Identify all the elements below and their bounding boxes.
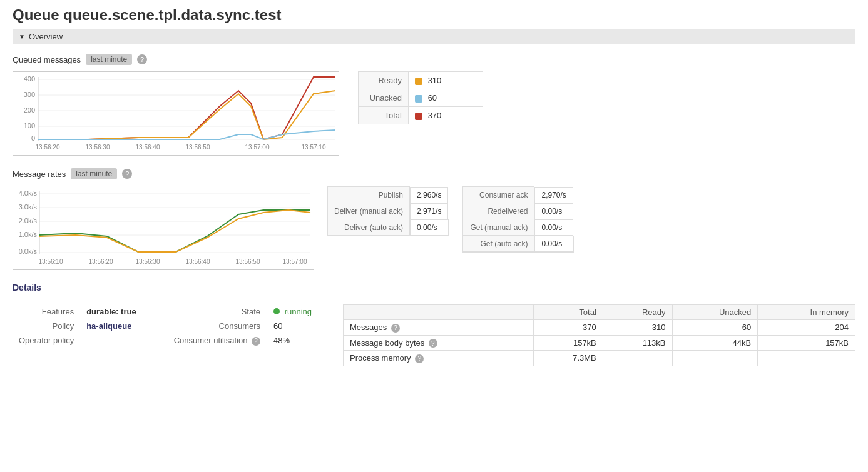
body-bytes-total: 157kB	[534, 335, 603, 351]
queued-messages-badge[interactable]: last minute	[86, 54, 132, 65]
queued-messages-help-icon[interactable]: ?	[137, 54, 147, 64]
svg-text:200: 200	[24, 106, 35, 114]
details-left-col: Features durable: true Policy ha-allqueu…	[13, 304, 143, 366]
deliver-auto-label: Deliver (auto ack)	[328, 219, 410, 236]
svg-text:3.0k/s: 3.0k/s	[19, 203, 38, 211]
total-value: 370	[409, 107, 483, 124]
svg-text:13:56:40: 13:56:40	[186, 258, 210, 265]
message-rates-section: Message rates last minute ?	[13, 168, 855, 179]
svg-text:13:56:20: 13:56:20	[36, 144, 60, 151]
messages-ready: 310	[603, 320, 672, 336]
queued-messages-stats: Ready 310 Unacked 60 Total	[358, 71, 483, 124]
deliver-manual-label: Deliver (manual ack)	[328, 203, 410, 219]
message-rates-row: 4.0k/s 3.0k/s 2.0k/s 1.0k/s 0.0k/s 13:56…	[13, 186, 855, 270]
svg-text:13:56:10: 13:56:10	[39, 258, 63, 265]
consumer-util-label: Consumer utilisation ?	[168, 333, 267, 348]
consumers-value: 60	[267, 319, 319, 333]
msgs-unacked-header: Unacked	[672, 305, 758, 320]
unacked-color-icon	[415, 95, 422, 103]
svg-text:0.0k/s: 0.0k/s	[19, 248, 38, 255]
body-bytes-ready: 113kB	[603, 335, 672, 351]
svg-text:400: 400	[24, 75, 35, 83]
total-label: Total	[359, 107, 409, 124]
message-rates-badge[interactable]: last minute	[71, 168, 117, 179]
consumers-label: Consumers	[168, 319, 267, 333]
policy-label: Policy	[13, 319, 80, 333]
publish-value: 2,960/s	[410, 187, 448, 203]
svg-text:13:57:10: 13:57:10	[302, 144, 326, 151]
body-bytes-inmemory: 157kB	[758, 335, 855, 351]
rates-right-stats: Consumer ack 2,970/s Redelivered 0.00/s …	[462, 186, 574, 253]
body-bytes-unacked: 44kB	[672, 335, 758, 351]
body-bytes-label: Message body bytes	[350, 338, 424, 348]
redelivered-value: 0.00/s	[534, 203, 573, 219]
process-memory-total: 7.3MB	[534, 351, 603, 366]
details-title: Details	[13, 283, 855, 293]
process-memory-label: Process memory	[350, 353, 411, 363]
deliver-auto-value: 0.00/s	[410, 219, 449, 236]
op-policy-value	[80, 333, 142, 348]
get-manual-label: Get (manual ack)	[463, 219, 534, 236]
get-auto-label: Get (auto ack)	[463, 236, 534, 252]
queued-messages-chart: 400 300 200 100 0 13:56:2	[13, 71, 339, 156]
queued-messages-label: Queued messages	[13, 55, 81, 64]
svg-text:13:56:50: 13:56:50	[236, 258, 260, 265]
svg-text:300: 300	[24, 91, 35, 98]
details-middle-col: State running Consumers 60 Consumer util…	[168, 304, 318, 366]
messages-unacked: 60	[672, 320, 758, 336]
ready-color-icon	[415, 78, 422, 85]
details-section: Details Features durable: true Policy ha…	[13, 283, 855, 366]
redelivered-label: Redelivered	[463, 203, 534, 219]
consumer-util-value: 48%	[267, 333, 319, 348]
queued-messages-row: 400 300 200 100 0 13:56:2	[13, 71, 855, 156]
svg-text:4.0k/s: 4.0k/s	[19, 189, 38, 197]
unacked-label: Unacked	[359, 89, 409, 107]
svg-text:13:56:50: 13:56:50	[186, 144, 210, 151]
consumer-ack-value: 2,970/s	[534, 187, 573, 203]
rates-chart-svg: 4.0k/s 3.0k/s 2.0k/s 1.0k/s 0.0k/s 13:56…	[13, 186, 314, 268]
running-status-icon	[273, 308, 280, 314]
overview-label: Overview	[29, 32, 63, 41]
deliver-manual-value: 2,971/s	[410, 203, 448, 219]
svg-text:13:56:30: 13:56:30	[136, 258, 160, 265]
body-bytes-help-icon[interactable]: ?	[429, 339, 437, 348]
messages-help-icon[interactable]: ?	[391, 324, 400, 333]
get-manual-value: 0.00/s	[534, 219, 573, 236]
msgs-inmemory-header: In memory	[758, 305, 855, 320]
message-rates-label: Message rates	[13, 169, 66, 179]
svg-text:2.0k/s: 2.0k/s	[19, 217, 38, 224]
message-rates-help-icon[interactable]: ?	[122, 169, 132, 179]
features-value: durable: true	[80, 304, 142, 319]
process-memory-help-icon[interactable]: ?	[415, 354, 424, 363]
msgs-body-bytes-row: Message body bytes ? 157kB 113kB 44kB 15…	[344, 335, 855, 351]
queued-chart-svg: 400 300 200 100 0 13:56:2	[13, 72, 339, 153]
svg-text:13:56:40: 13:56:40	[136, 144, 160, 151]
features-label: Features	[13, 304, 80, 319]
unacked-value: 60	[409, 89, 483, 107]
queued-messages-section: Queued messages last minute ?	[13, 54, 855, 65]
consumer-ack-label: Consumer ack	[463, 187, 534, 203]
message-rates-chart: 4.0k/s 3.0k/s 2.0k/s 1.0k/s 0.0k/s 13:56…	[13, 186, 314, 270]
consumer-util-help-icon[interactable]: ?	[252, 337, 260, 346]
state-value: running	[267, 304, 319, 319]
details-right-col: Total Ready Unacked In memory Messages ?	[343, 304, 855, 366]
page-container: Queue queue.scene.tpl.data.sync.test ▼ O…	[0, 0, 868, 373]
op-policy-label: Operator policy	[13, 333, 80, 348]
page-title: Queue queue.scene.tpl.data.sync.test	[13, 6, 855, 24]
overview-toggle[interactable]: ▼ Overview	[13, 29, 855, 44]
total-color-icon	[415, 113, 422, 120]
svg-text:13:56:20: 13:56:20	[89, 258, 113, 265]
svg-text:1.0k/s: 1.0k/s	[19, 231, 38, 238]
svg-text:13:56:30: 13:56:30	[86, 144, 110, 151]
msgs-ready-header: Ready	[603, 305, 672, 320]
overview-arrow-icon: ▼	[19, 33, 25, 40]
svg-text:13:57:00: 13:57:00	[245, 144, 270, 151]
messages-row-label: Messages	[350, 323, 387, 332]
svg-text:100: 100	[24, 122, 35, 129]
get-auto-value: 0.00/s	[534, 236, 573, 252]
ready-label: Ready	[359, 72, 409, 89]
state-label: State	[168, 304, 267, 319]
msgs-process-memory-row: Process memory ? 7.3MB	[344, 351, 855, 366]
publish-label: Publish	[328, 187, 410, 203]
msgs-messages-row: Messages ? 370 310 60 204	[344, 320, 855, 336]
